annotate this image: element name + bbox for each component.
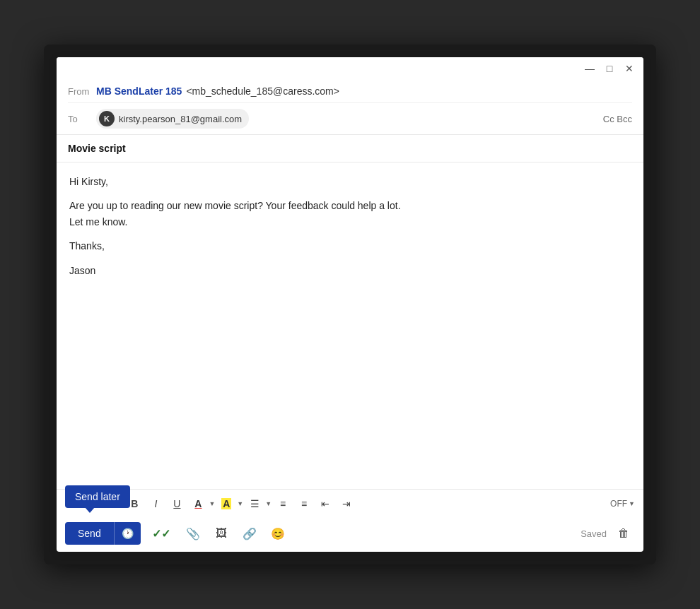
send-schedule-button[interactable]: 🕐 xyxy=(114,522,141,545)
italic-icon: I xyxy=(154,498,157,509)
subject-text: Movie script xyxy=(68,143,126,154)
from-email: <mb_schedule_185@caress.com> xyxy=(186,85,339,97)
bold-icon: B xyxy=(131,498,138,509)
font-color-icon: A xyxy=(194,498,202,509)
align-arrow-icon: ▼ xyxy=(265,500,272,507)
to-chip[interactable]: K kirsty.pearson_81@gmail.com xyxy=(96,109,249,129)
compose-window: — □ ✕ From MB SendLater 185 <mb_schedule… xyxy=(57,57,643,552)
highlight-color-group[interactable]: A ▼ xyxy=(216,494,243,514)
double-check-icon: ✓✓ xyxy=(152,527,170,540)
align-button[interactable]: ☰ xyxy=(245,494,264,514)
attach-button[interactable]: 📎 xyxy=(182,522,204,545)
maximize-button[interactable]: □ xyxy=(604,63,615,74)
insert-emoji-button[interactable]: 😊 xyxy=(267,522,289,545)
delete-button[interactable]: 🗑 xyxy=(612,522,635,545)
window-shadow: — □ ✕ From MB SendLater 185 <mb_schedule… xyxy=(44,45,656,564)
avatar: K xyxy=(99,111,115,126)
unordered-list-icon: ≡ xyxy=(301,498,307,509)
minimize-button[interactable]: — xyxy=(584,63,595,74)
image-icon: 🖼 xyxy=(216,527,227,540)
title-bar: — □ ✕ xyxy=(57,57,643,80)
highlight-arrow-icon: ▼ xyxy=(237,500,243,507)
decrease-indent-icon: ⇤ xyxy=(321,498,329,509)
to-email: kirsty.pearson_81@gmail.com xyxy=(119,114,242,124)
body-line-4: Jason xyxy=(69,263,631,278)
to-row: To K kirsty.pearson_81@gmail.com Cc Bcc xyxy=(68,103,632,134)
insert-link-button[interactable]: 🔗 xyxy=(238,522,261,545)
cc-bcc-button[interactable]: Cc Bcc xyxy=(603,114,632,124)
saved-area: Saved 🗑 xyxy=(581,522,635,545)
increase-indent-icon: ⇥ xyxy=(342,498,351,509)
off-badge[interactable]: OFF ▼ xyxy=(610,499,635,509)
align-icon: ☰ xyxy=(250,498,259,509)
ordered-list-icon: ≡ xyxy=(280,498,286,509)
to-label: To xyxy=(68,114,96,124)
italic-button[interactable]: I xyxy=(146,494,165,514)
subject-row: Movie script xyxy=(57,135,643,162)
emoji-icon: 😊 xyxy=(271,527,285,540)
from-label: From xyxy=(68,86,96,97)
send-button-group: Send 🕐 xyxy=(65,522,141,545)
title-bar-controls: — □ ✕ xyxy=(584,63,635,74)
unordered-list-button[interactable]: ≡ xyxy=(294,494,314,514)
clock-icon: 🕐 xyxy=(122,528,134,539)
font-color-group[interactable]: A ▼ xyxy=(188,494,215,514)
body-line-2: Are you up to reading our new movie scri… xyxy=(69,198,631,230)
send-button[interactable]: Send xyxy=(65,522,114,545)
saved-text: Saved xyxy=(581,528,607,539)
trash-icon: 🗑 xyxy=(618,527,629,540)
attach-icon: 📎 xyxy=(186,527,200,540)
increase-indent-button[interactable]: ⇥ xyxy=(337,494,356,514)
formatting-toolbar: Arial 10 ▼ B I U A ▼ A xyxy=(57,489,643,518)
font-color-arrow-icon: ▼ xyxy=(209,500,215,507)
from-name: MB SendLater 185 xyxy=(96,85,182,97)
highlight-color-button[interactable]: A xyxy=(216,494,236,514)
font-color-button[interactable]: A xyxy=(188,494,208,514)
close-button[interactable]: ✕ xyxy=(624,63,635,74)
ordered-list-button[interactable]: ≡ xyxy=(273,494,293,514)
alignment-group[interactable]: ☰ ▼ xyxy=(245,494,272,514)
off-arrow-icon: ▼ xyxy=(629,500,635,507)
underline-icon: U xyxy=(173,498,180,509)
highlight-icon: A xyxy=(221,498,231,509)
underline-button[interactable]: U xyxy=(167,494,187,514)
email-body[interactable]: Hi Kirsty, Are you up to reading our new… xyxy=(57,162,643,489)
action-bar: Send later Send 🕐 ✓✓ 📎 🖼 xyxy=(57,518,643,552)
insert-image-button[interactable]: 🖼 xyxy=(210,522,233,545)
header-fields: From MB SendLater 185 <mb_schedule_185@c… xyxy=(57,80,643,135)
body-line-3: Thanks, xyxy=(69,238,631,254)
send-later-tooltip: Send later xyxy=(65,485,130,508)
double-check-button[interactable]: ✓✓ xyxy=(146,523,176,545)
decrease-indent-button[interactable]: ⇤ xyxy=(315,494,335,514)
link-icon: 🔗 xyxy=(243,527,257,540)
from-row: From MB SendLater 185 <mb_schedule_185@c… xyxy=(68,80,632,103)
body-line-1: Hi Kirsty, xyxy=(69,174,631,189)
